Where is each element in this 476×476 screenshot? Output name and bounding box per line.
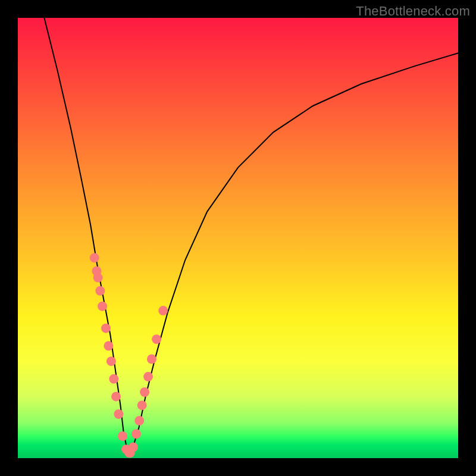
sample-dot (131, 429, 141, 439)
sample-dot (107, 356, 116, 366)
sample-dot (158, 306, 168, 315)
sample-dot (137, 400, 147, 410)
chart-svg (18, 18, 458, 458)
chart-frame: TheBottleneck.com (0, 0, 476, 476)
sample-dot (111, 392, 121, 401)
plot-area (18, 18, 458, 458)
sample-dot (93, 273, 103, 283)
sample-dot (134, 416, 144, 425)
sample-dot (129, 443, 138, 452)
sample-dot (90, 253, 99, 262)
sample-dot (147, 355, 156, 364)
sample-dot (98, 302, 107, 311)
sample-dot (143, 372, 153, 381)
sample-dot (101, 324, 111, 333)
sample-dot (109, 374, 118, 384)
sample-dot (114, 409, 123, 419)
sample-dot (140, 387, 149, 397)
sample-dot (152, 334, 161, 344)
bottleneck-curve (44, 18, 458, 454)
sample-dot (95, 286, 105, 296)
watermark-text: TheBottleneck.com (356, 4, 470, 19)
sample-dot (118, 431, 127, 441)
sample-dot (104, 341, 113, 350)
